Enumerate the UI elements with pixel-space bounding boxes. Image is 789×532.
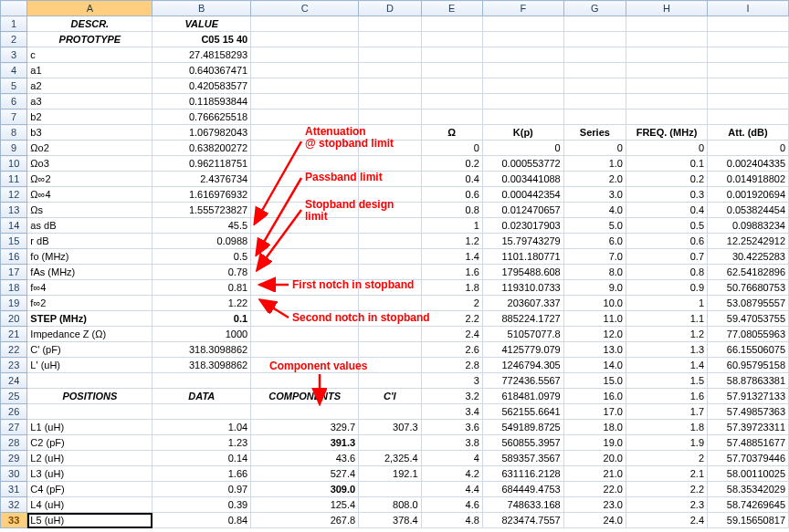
cell-A20[interactable]: STEP (MHz) — [27, 311, 153, 327]
cell-A25[interactable]: POSITIONS — [27, 389, 153, 404]
cell-E8[interactable]: Ω — [421, 125, 482, 141]
cell-I12[interactable]: 0.001920694 — [708, 187, 789, 203]
col-head-H[interactable]: H — [626, 1, 707, 16]
cell-G21[interactable]: 12.0 — [563, 327, 626, 342]
cell-E32[interactable]: 4.6 — [421, 497, 482, 513]
cell-C2[interactable] — [251, 32, 359, 47]
cell-C22[interactable] — [251, 342, 359, 358]
cell-I32[interactable]: 58.74269645 — [708, 497, 789, 513]
row-head[interactable]: 23 — [1, 358, 27, 373]
cell-E14[interactable]: 1 — [421, 218, 482, 234]
cell-C30[interactable]: 527.4 — [251, 466, 359, 482]
cell-I19[interactable]: 53.08795557 — [708, 296, 789, 311]
cell-I25[interactable]: 57.91327133 — [708, 389, 789, 404]
cell-H14[interactable]: 0.5 — [626, 218, 707, 234]
row-head[interactable]: 5 — [1, 78, 27, 94]
cell-G23[interactable]: 14.0 — [563, 358, 626, 373]
cell-F10[interactable]: 0.000553772 — [482, 156, 563, 172]
cell-B7[interactable]: 0.766625518 — [153, 110, 251, 125]
cell-B22[interactable]: 318.3098862 — [153, 342, 251, 358]
cell-I24[interactable]: 58.87863381 — [708, 373, 789, 389]
table-row[interactable]: 13Ωs1.5557238270.80.0124706574.00.40.053… — [1, 203, 789, 218]
cell-F13[interactable]: 0.012470657 — [482, 203, 563, 218]
row-head[interactable]: 25 — [1, 389, 27, 404]
cell-G26[interactable]: 17.0 — [563, 404, 626, 420]
cell-H4[interactable] — [626, 63, 707, 78]
cell-A31[interactable]: C4 (pF) — [27, 482, 153, 497]
cell-G20[interactable]: 11.0 — [563, 311, 626, 327]
cell-E33[interactable]: 4.8 — [421, 513, 482, 528]
row-head[interactable]: 21 — [1, 327, 27, 342]
cell-F32[interactable]: 748633.168 — [482, 497, 563, 513]
cell-C25[interactable]: COMPONENTS — [251, 389, 359, 404]
cell-D24[interactable] — [359, 373, 421, 389]
cell-G11[interactable]: 2.0 — [563, 172, 626, 187]
cell-I14[interactable]: 0.09883234 — [708, 218, 789, 234]
cell-I7[interactable] — [708, 110, 789, 125]
cell-D23[interactable] — [359, 358, 421, 373]
cell-F25[interactable]: 618481.0979 — [482, 389, 563, 404]
table-row[interactable]: 2PROTOTYPEC05 15 40 — [1, 32, 789, 47]
cell-I27[interactable]: 57.39723311 — [708, 420, 789, 435]
cell-E2[interactable] — [421, 32, 482, 47]
col-head-B[interactable]: B — [153, 1, 251, 16]
cell-B18[interactable]: 0.81 — [153, 280, 251, 296]
cell-C7[interactable] — [251, 110, 359, 125]
cell-C32[interactable]: 125.4 — [251, 497, 359, 513]
table-row[interactable]: 263.4562155.664117.01.757.49857363 — [1, 404, 789, 420]
cell-D10[interactable] — [359, 156, 421, 172]
cell-B9[interactable]: 0.638200272 — [153, 141, 251, 156]
cell-D22[interactable] — [359, 342, 421, 358]
cell-F26[interactable]: 562155.6641 — [482, 404, 563, 420]
cell-G17[interactable]: 8.0 — [563, 265, 626, 280]
cell-A26[interactable] — [27, 404, 153, 420]
cell-H32[interactable]: 2.3 — [626, 497, 707, 513]
cell-D7[interactable] — [359, 110, 421, 125]
cell-E1[interactable] — [421, 16, 482, 32]
cell-C6[interactable] — [251, 94, 359, 110]
cell-B26[interactable] — [153, 404, 251, 420]
cell-E18[interactable]: 1.8 — [421, 280, 482, 296]
cell-H3[interactable] — [626, 47, 707, 63]
cell-B5[interactable]: 0.420583577 — [153, 78, 251, 94]
row-head[interactable]: 8 — [1, 125, 27, 141]
table-row[interactable]: 15r dB0.09881.215.797432796.00.612.25242… — [1, 234, 789, 249]
cell-H17[interactable]: 0.8 — [626, 265, 707, 280]
cell-G25[interactable]: 16.0 — [563, 389, 626, 404]
cell-B33[interactable]: 0.84 — [153, 513, 251, 528]
cell-B30[interactable]: 1.66 — [153, 466, 251, 482]
cell-B13[interactable]: 1.555723827 — [153, 203, 251, 218]
cell-F29[interactable]: 589357.3567 — [482, 451, 563, 466]
cell-E6[interactable] — [421, 94, 482, 110]
cell-I22[interactable]: 66.15506075 — [708, 342, 789, 358]
row-head[interactable]: 9 — [1, 141, 27, 156]
cell-D14[interactable] — [359, 218, 421, 234]
table-row[interactable]: 3c27.48158293 — [1, 47, 789, 63]
cell-E15[interactable]: 1.2 — [421, 234, 482, 249]
cell-F4[interactable] — [482, 63, 563, 78]
cell-H16[interactable]: 0.7 — [626, 249, 707, 265]
cell-A9[interactable]: Ωο2 — [27, 141, 153, 156]
cell-E21[interactable]: 2.4 — [421, 327, 482, 342]
cell-B32[interactable]: 0.39 — [153, 497, 251, 513]
cell-I20[interactable]: 59.47053755 — [708, 311, 789, 327]
cell-I8[interactable]: Att. (dB) — [708, 125, 789, 141]
cell-D19[interactable] — [359, 296, 421, 311]
cell-I15[interactable]: 12.25242912 — [708, 234, 789, 249]
cell-A17[interactable]: fAs (MHz) — [27, 265, 153, 280]
cell-F20[interactable]: 885224.1727 — [482, 311, 563, 327]
cell-H21[interactable]: 1.2 — [626, 327, 707, 342]
cell-F18[interactable]: 119310.0733 — [482, 280, 563, 296]
cell-B10[interactable]: 0.962118751 — [153, 156, 251, 172]
cell-D5[interactable] — [359, 78, 421, 94]
cell-C21[interactable] — [251, 327, 359, 342]
cell-G27[interactable]: 18.0 — [563, 420, 626, 435]
table-row[interactable]: 16fo (MHz)0.51.41101.1807717.00.730.4225… — [1, 249, 789, 265]
cell-D1[interactable] — [359, 16, 421, 32]
cell-H18[interactable]: 0.9 — [626, 280, 707, 296]
cell-F33[interactable]: 823474.7557 — [482, 513, 563, 528]
row-head[interactable]: 2 — [1, 32, 27, 47]
cell-E17[interactable]: 1.6 — [421, 265, 482, 280]
cell-I18[interactable]: 50.76680753 — [708, 280, 789, 296]
cell-H33[interactable]: 2.4 — [626, 513, 707, 528]
